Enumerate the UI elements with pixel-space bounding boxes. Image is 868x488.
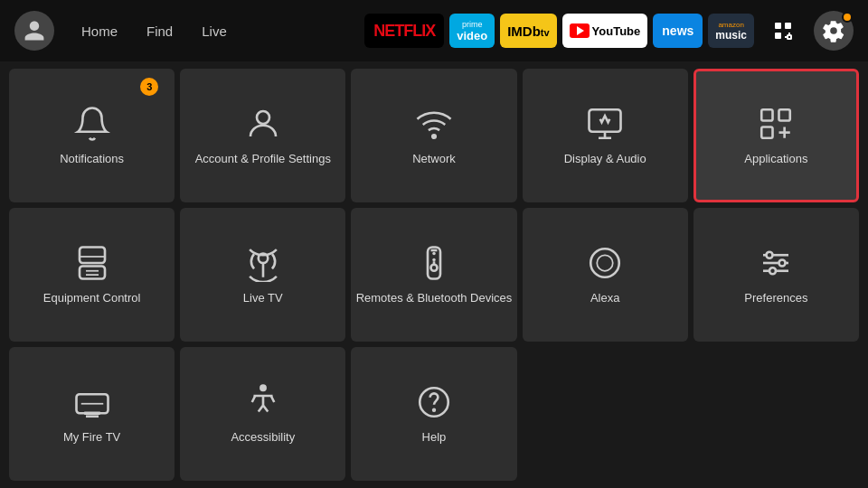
tv-remote-icon <box>73 244 111 282</box>
grid-apps-button[interactable] <box>765 13 801 49</box>
nav-live[interactable]: Live <box>189 18 240 44</box>
svg-point-33 <box>769 267 776 274</box>
app-news[interactable]: news <box>653 14 703 48</box>
bell-icon <box>73 105 111 143</box>
grid-item-applications[interactable]: Applications <box>693 69 859 202</box>
user-avatar[interactable] <box>14 11 54 51</box>
monitor-icon <box>586 105 624 143</box>
remotes-bluetooth-label: Remotes & Bluetooth Devices <box>356 291 513 306</box>
notification-badge: 3 <box>140 78 158 96</box>
primevideo-label-bot: video <box>457 29 487 42</box>
network-label: Network <box>412 152 456 167</box>
app-netflix[interactable]: NETFLIX <box>364 14 444 48</box>
my-fire-tv-label: My Fire TV <box>63 430 120 446</box>
grid-item-display-audio[interactable]: Display & Audio <box>523 69 688 202</box>
grid-item-network[interactable]: Network <box>351 69 516 202</box>
person-icon <box>244 105 282 143</box>
live-tv-label: Live TV <box>243 291 283 306</box>
app-youtube[interactable]: YouTube <box>562 14 648 48</box>
wifi-icon <box>415 105 453 143</box>
nav-find[interactable]: Find <box>134 18 185 44</box>
grid-item-account-profile[interactable]: Account & Profile Settings <box>180 69 345 202</box>
question-icon <box>415 383 453 421</box>
svg-rect-11 <box>762 127 773 137</box>
news-label: news <box>662 23 693 38</box>
amazonmusic-label-bot: music <box>715 29 747 42</box>
svg-point-40 <box>433 408 435 410</box>
applications-label: Applications <box>744 152 807 167</box>
accessibility-label: Accessibility <box>231 430 295 446</box>
svg-rect-0 <box>775 23 781 29</box>
amazonmusic-label-top: amazon <box>715 21 747 29</box>
grid-item-notifications[interactable]: 3 Notifications <box>9 69 175 202</box>
grid-item-alexa[interactable]: Alexa <box>523 208 688 342</box>
app-imdbtv[interactable]: IMDbtv <box>500 14 556 48</box>
equipment-control-label: Equipment Control <box>43 291 141 306</box>
alexa-icon <box>586 244 624 282</box>
settings-notification-dot <box>842 12 853 23</box>
svg-rect-16 <box>80 266 105 278</box>
svg-point-31 <box>767 251 773 258</box>
svg-point-6 <box>257 111 269 124</box>
help-label: Help <box>422 430 447 446</box>
svg-rect-1 <box>785 23 791 29</box>
grid-item-accessibility[interactable]: Accessibility <box>180 347 345 481</box>
svg-rect-14 <box>80 247 105 263</box>
grid-item-my-fire-tv[interactable]: My Fire TV <box>9 347 175 481</box>
account-profile-label: Account & Profile Settings <box>195 152 331 167</box>
antenna-icon <box>244 244 282 282</box>
nav-home[interactable]: Home <box>69 18 130 44</box>
svg-rect-8 <box>590 109 621 132</box>
app-primevideo[interactable]: prime video <box>449 14 495 48</box>
firetv-icon <box>73 383 111 421</box>
imdbtv-label: IMDbtv <box>507 23 549 39</box>
svg-rect-2 <box>775 33 781 39</box>
svg-rect-3 <box>788 35 791 39</box>
svg-point-24 <box>430 264 437 270</box>
alexa-label: Alexa <box>590 291 620 306</box>
nav-apps: NETFLIX prime video IMDbtv YouTube news <box>364 14 754 48</box>
svg-point-38 <box>260 385 265 389</box>
grid-item-remotes-bluetooth[interactable]: Remotes & Bluetooth Devices <box>351 208 516 342</box>
svg-point-7 <box>432 135 436 138</box>
app-amazonmusic[interactable]: amazon music <box>708 14 754 48</box>
grid-item-help[interactable]: Help <box>351 347 516 481</box>
svg-point-32 <box>779 259 786 266</box>
sliders-icon <box>757 244 795 282</box>
apps-icon <box>757 105 795 143</box>
svg-rect-9 <box>762 109 773 120</box>
remote-icon <box>415 244 453 282</box>
grid-item-preferences[interactable]: Preferences <box>693 208 859 342</box>
youtube-play-icon <box>577 26 584 35</box>
preferences-label: Preferences <box>744 291 807 306</box>
netflix-label: NETFLIX <box>373 22 435 41</box>
accessibility-icon <box>244 383 282 421</box>
youtube-label: YouTube <box>592 24 641 38</box>
top-nav: Home Find Live NETFLIX prime video IMDbt… <box>0 0 868 61</box>
settings-grid: 3 Notifications Account & Profile Settin… <box>0 61 868 488</box>
svg-point-27 <box>597 255 613 271</box>
grid-item-live-tv[interactable]: Live TV <box>180 208 345 342</box>
settings-button[interactable] <box>814 11 854 51</box>
notifications-label: Notifications <box>60 152 124 167</box>
svg-point-26 <box>590 249 619 277</box>
display-audio-label: Display & Audio <box>564 152 646 167</box>
grid-item-equipment-control[interactable]: Equipment Control <box>9 208 175 342</box>
youtube-icon <box>570 23 590 38</box>
svg-rect-10 <box>779 109 790 120</box>
nav-links: Home Find Live <box>69 18 240 44</box>
primevideo-label-top: prime <box>457 20 487 29</box>
